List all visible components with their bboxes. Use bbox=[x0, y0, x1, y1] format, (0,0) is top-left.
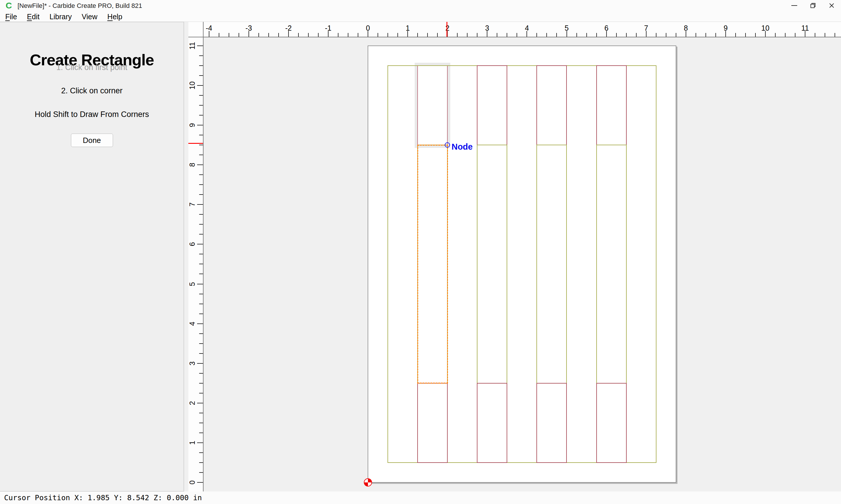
v-ruler-tick bbox=[199, 373, 203, 374]
menu-library[interactable]: Library bbox=[45, 11, 76, 22]
v-ruler-label: 2 bbox=[188, 394, 196, 412]
slat-3-top-rect[interactable] bbox=[536, 65, 567, 145]
v-ruler-tick bbox=[197, 323, 203, 324]
origin-marker-icon[interactable] bbox=[363, 478, 372, 487]
h-ruler-tick bbox=[278, 33, 279, 37]
v-ruler-tick bbox=[197, 125, 203, 125]
v-ruler-label: 5 bbox=[188, 275, 196, 293]
title-bar: C [NewFile]* - Carbide Create PRO, Build… bbox=[0, 0, 841, 11]
slat-2-bottom-rect[interactable] bbox=[477, 383, 507, 463]
done-button[interactable]: Done bbox=[71, 133, 113, 147]
slat-1-bottom-rect[interactable] bbox=[417, 383, 448, 463]
h-ruler-label: 10 bbox=[754, 24, 777, 32]
h-ruler-label: -4 bbox=[204, 24, 221, 32]
slat-2-top-rect[interactable] bbox=[477, 65, 507, 145]
v-ruler-label: 1 bbox=[188, 434, 196, 451]
h-ruler-tick bbox=[755, 33, 756, 37]
window-title: [NewFile]* - Carbide Create PRO, Build 8… bbox=[18, 0, 142, 11]
app-logo-icon: C bbox=[3, 0, 14, 11]
preview-rectangle[interactable] bbox=[417, 145, 448, 384]
v-ruler-label: 8 bbox=[188, 156, 196, 174]
h-ruler-label: 1 bbox=[396, 24, 419, 32]
h-ruler-label: -3 bbox=[237, 24, 260, 32]
slat-4-bottom-rect[interactable] bbox=[596, 383, 627, 463]
v-ruler-tick bbox=[199, 334, 203, 334]
h-ruler-cursor-marker bbox=[446, 22, 447, 37]
v-ruler-tick bbox=[199, 184, 203, 185]
h-ruler-label: 3 bbox=[475, 24, 499, 32]
h-ruler-tick bbox=[348, 33, 348, 37]
h-ruler-tick bbox=[696, 33, 696, 37]
h-ruler-tick bbox=[636, 33, 637, 37]
shift-hint-text: Hold Shift to Draw From Corners bbox=[0, 110, 184, 119]
minimize-button[interactable] bbox=[785, 0, 804, 11]
h-ruler-tick bbox=[477, 33, 478, 37]
v-ruler-label: 9 bbox=[188, 116, 196, 134]
h-ruler-tick bbox=[735, 33, 736, 37]
h-ruler-tick bbox=[556, 33, 557, 37]
h-ruler-tick bbox=[467, 33, 467, 37]
h-ruler-label: 0 bbox=[356, 24, 380, 32]
v-ruler-tick bbox=[199, 452, 203, 453]
h-ruler-label: 6 bbox=[595, 24, 618, 32]
h-ruler-tick bbox=[785, 33, 786, 37]
h-ruler-tick bbox=[536, 33, 537, 37]
slat-4-top-rect[interactable] bbox=[596, 65, 627, 145]
close-button[interactable] bbox=[822, 0, 841, 11]
v-ruler-tick bbox=[199, 234, 203, 234]
restore-icon bbox=[810, 2, 816, 9]
step-2-instruction: 2. Click on corner bbox=[0, 86, 184, 95]
h-ruler-tick bbox=[358, 33, 358, 37]
h-ruler-tick bbox=[427, 33, 428, 37]
h-ruler-tick bbox=[417, 33, 418, 37]
v-ruler-tick bbox=[199, 393, 203, 394]
v-ruler-tick bbox=[199, 55, 203, 56]
h-ruler-label: 8 bbox=[674, 24, 698, 32]
v-ruler-tick bbox=[199, 145, 203, 145]
close-icon bbox=[828, 2, 835, 9]
v-ruler-tick bbox=[197, 244, 203, 245]
slat-2-middle-rect[interactable] bbox=[477, 145, 507, 383]
h-ruler-tick bbox=[457, 33, 458, 37]
v-ruler-tick bbox=[199, 135, 203, 135]
h-ruler-tick bbox=[497, 33, 497, 37]
h-ruler-tick bbox=[835, 33, 835, 37]
h-ruler-tick bbox=[626, 33, 627, 37]
slat-3-middle-rect[interactable] bbox=[536, 145, 567, 383]
h-ruler-tick bbox=[258, 33, 259, 37]
h-ruler-tick bbox=[815, 33, 815, 37]
h-ruler-label: 9 bbox=[714, 24, 737, 32]
h-ruler-tick bbox=[229, 33, 229, 37]
menu-edit[interactable]: Edit bbox=[22, 11, 44, 22]
h-ruler-tick bbox=[298, 33, 299, 37]
h-ruler-tick bbox=[656, 33, 656, 37]
h-ruler-tick bbox=[239, 33, 239, 37]
v-ruler-tick bbox=[199, 343, 203, 344]
menu-help[interactable]: Help bbox=[103, 11, 127, 22]
v-ruler-tick bbox=[199, 383, 203, 383]
v-ruler-tick bbox=[197, 85, 203, 86]
slat-3-bottom-rect[interactable] bbox=[536, 383, 567, 463]
slat-4-middle-rect[interactable] bbox=[596, 145, 627, 383]
h-ruler-tick bbox=[338, 33, 339, 37]
v-ruler-label: 6 bbox=[188, 235, 196, 253]
drawing-viewport[interactable]: Node bbox=[204, 37, 841, 491]
h-ruler-tick bbox=[705, 33, 706, 37]
v-ruler-label: 0 bbox=[188, 474, 196, 491]
h-ruler-tick bbox=[268, 33, 269, 37]
menu-bar: FileEditLibraryViewHelp bbox=[0, 11, 841, 22]
h-ruler-tick bbox=[825, 33, 825, 37]
h-ruler-tick bbox=[517, 33, 517, 37]
h-ruler-tick bbox=[308, 33, 309, 37]
restore-button[interactable] bbox=[804, 0, 822, 11]
h-ruler-tick bbox=[586, 33, 587, 37]
h-ruler-tick bbox=[616, 33, 617, 37]
h-ruler-tick bbox=[775, 33, 776, 37]
menu-view[interactable]: View bbox=[77, 11, 102, 22]
h-ruler-tick bbox=[388, 33, 388, 37]
menu-file[interactable]: File bbox=[1, 11, 22, 22]
minimize-icon bbox=[791, 5, 797, 6]
v-ruler-tick bbox=[199, 115, 203, 115]
ruler-corner-box bbox=[188, 22, 204, 37]
step-1-instruction: 1. Click on first point bbox=[0, 63, 184, 72]
